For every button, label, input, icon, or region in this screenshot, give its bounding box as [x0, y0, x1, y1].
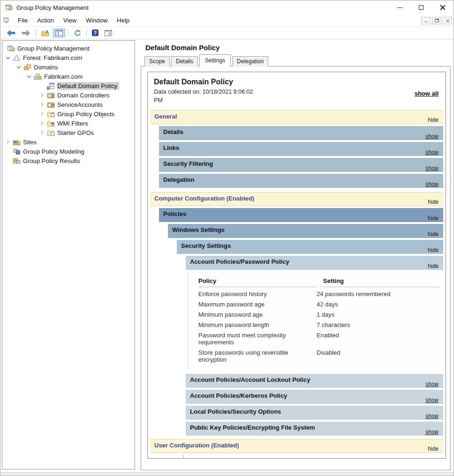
- tree-item-wmi-filters[interactable]: WMI Filters: [2, 119, 135, 128]
- tab-settings[interactable]: Settings: [199, 54, 231, 67]
- tree-item-serviceaccounts[interactable]: ServiceAccounts: [2, 100, 135, 109]
- chevron-expanded-icon[interactable]: [16, 64, 20, 68]
- section-security-options-title: Local Policies/Security Options: [190, 408, 281, 415]
- section-password-policy-title: Account Policies/Password Policy: [190, 258, 289, 265]
- section-password-policy-hide-link[interactable]: hide: [428, 263, 439, 269]
- minimize-button[interactable]: [389, 1, 410, 15]
- section-user-configuration-title: User Configuration (Enabled): [154, 442, 239, 449]
- policy-cell: Maximum password age: [198, 301, 317, 308]
- section-computer-configuration-title: Computer Configuration (Enabled): [154, 195, 254, 202]
- tree-item-domain-controllers[interactable]: Domain Controllers: [2, 90, 135, 100]
- forward-button[interactable]: [19, 29, 33, 37]
- show-all-link[interactable]: show all: [415, 90, 439, 97]
- chevron-slot: [38, 103, 46, 106]
- show-hide-console-tree-button[interactable]: [53, 29, 65, 37]
- chevron-collapsed-icon[interactable]: [39, 112, 43, 116]
- pane-splitter[interactable]: [135, 39, 139, 472]
- menu-window[interactable]: Window: [81, 15, 112, 25]
- tree-item-label: Forest: Fabrikam.com: [23, 54, 82, 61]
- chevron-slot: [38, 94, 46, 97]
- back-button[interactable]: [4, 29, 18, 37]
- tab-details[interactable]: Details: [171, 56, 198, 67]
- tree-item-group-policy-modeling[interactable]: Group Policy Modeling: [2, 147, 135, 156]
- up-one-level-button[interactable]: [39, 28, 52, 37]
- section-computer-configuration-hide-link[interactable]: hide: [428, 199, 439, 205]
- section-general: General hide: [150, 110, 443, 124]
- chevron-slot: [38, 112, 46, 115]
- tree-item-group-policy-objects[interactable]: Group Policy Objects: [2, 109, 135, 119]
- tree-item-default-domain-policy[interactable]: Default Domain Policy: [2, 81, 135, 90]
- section-security-settings-hide-link[interactable]: hide: [428, 247, 439, 253]
- chevron-collapsed-icon[interactable]: [39, 103, 43, 106]
- chevron-collapsed-icon[interactable]: [39, 121, 43, 125]
- child-close-button[interactable]: [443, 17, 452, 24]
- section-security-filtering-show-link[interactable]: show: [425, 165, 439, 171]
- tree-item-label: Domain Controllers: [57, 92, 109, 99]
- section-security-options-show-link[interactable]: show: [425, 413, 439, 419]
- tree-item-group-policy-results[interactable]: Group Policy Results: [2, 156, 135, 165]
- chevron-expanded-icon[interactable]: [27, 74, 30, 77]
- section-delegation-show-link[interactable]: show: [425, 181, 439, 187]
- tree-item-domains[interactable]: Domains: [2, 62, 135, 72]
- forest-icon: [12, 54, 21, 61]
- refresh-button[interactable]: [71, 28, 83, 38]
- policy-cell: Minimum password age: [198, 311, 317, 318]
- chevron-collapsed-icon[interactable]: [39, 93, 43, 97]
- tree-item-fabrikam-com[interactable]: Fabrikam.com: [2, 72, 135, 81]
- section-security-options: Local Policies/Security Options show: [186, 406, 443, 420]
- close-button[interactable]: [432, 1, 454, 15]
- user-configuration-empty-row: No settings defined.: [150, 455, 443, 459]
- policy-cell: Store passwords using reversible encrypt…: [198, 349, 317, 363]
- toolbar-separator: [68, 29, 68, 37]
- menu-file[interactable]: File: [13, 15, 32, 25]
- group-policy-management-window: Group Policy Management File Action View…: [0, 0, 454, 476]
- section-encrypting-file-system-show-link[interactable]: show: [425, 429, 439, 435]
- svg-text:?: ?: [94, 30, 97, 36]
- chevron-collapsed-icon[interactable]: [5, 140, 9, 144]
- help-button[interactable]: ?: [90, 28, 101, 37]
- section-policies-title: Policies: [163, 210, 186, 217]
- section-links-show-link[interactable]: show: [425, 149, 439, 156]
- tree-item-starter-gpos[interactable]: Starter GPOs: [2, 128, 135, 137]
- gpm-console-icon: [6, 45, 15, 52]
- section-account-lockout-policy-title: Account Policies/Account Lockout Policy: [190, 376, 310, 383]
- chevron-collapsed-icon[interactable]: [39, 131, 43, 134]
- policy-cell: Minimum password length: [198, 321, 317, 328]
- section-windows-settings-hide-link[interactable]: hide: [428, 231, 439, 238]
- section-user-configuration-hide-link[interactable]: hide: [428, 446, 439, 452]
- section-policies-hide-link[interactable]: hide: [428, 215, 439, 222]
- section-details-show-link[interactable]: show: [425, 133, 439, 140]
- section-password-policy: Account Policies/Password Policy hide: [186, 256, 443, 270]
- section-encrypting-file-system: Public Key Policies/Encrypting File Syst…: [186, 422, 443, 436]
- chevron-expanded-icon[interactable]: [6, 55, 9, 59]
- folder-up-icon: [41, 30, 49, 36]
- tree-item-label: Default Domain Policy: [57, 82, 117, 89]
- tab-scope[interactable]: Scope: [144, 56, 170, 67]
- child-restore-button[interactable]: [432, 17, 441, 24]
- section-security-filtering-title: Security Filtering: [163, 160, 213, 167]
- title-bar: Group Policy Management: [0, 0, 454, 15]
- tree-item-group-policy-management[interactable]: Group Policy Management: [2, 44, 135, 53]
- minimize-icon: [397, 7, 402, 8]
- menu-action[interactable]: Action: [32, 15, 59, 25]
- tree-item-label: WMI Filters: [57, 120, 88, 127]
- chevron-slot: [4, 141, 12, 143]
- section-general-title: General: [154, 113, 177, 120]
- menu-help[interactable]: Help: [112, 15, 134, 25]
- maximize-button[interactable]: [410, 1, 432, 15]
- tree-item-sites[interactable]: Sites: [2, 137, 135, 147]
- section-kerberos-policy-show-link[interactable]: show: [425, 397, 439, 403]
- forward-arrow-icon: [22, 30, 30, 36]
- tree-item-label: Group Policy Results: [23, 157, 80, 164]
- section-general-hide-link[interactable]: hide: [428, 117, 439, 123]
- child-minimize-button[interactable]: [421, 17, 431, 24]
- show-hide-action-pane-button[interactable]: [102, 29, 114, 37]
- menu-view[interactable]: View: [59, 15, 81, 25]
- gpo-settings-report: Default Domain Policy Data collected on:…: [147, 72, 446, 459]
- section-account-lockout-policy: Account Policies/Account Lockout Policy …: [186, 374, 443, 388]
- tree-item-forest-fabrikam[interactable]: Forest: Fabrikam.com: [2, 53, 135, 62]
- section-account-lockout-policy-show-link[interactable]: show: [425, 381, 439, 387]
- gpm-app-icon: [5, 4, 13, 11]
- policy-cell: Password must meet complexity requiremen…: [198, 332, 317, 346]
- tab-delegation[interactable]: Delegation: [232, 56, 268, 67]
